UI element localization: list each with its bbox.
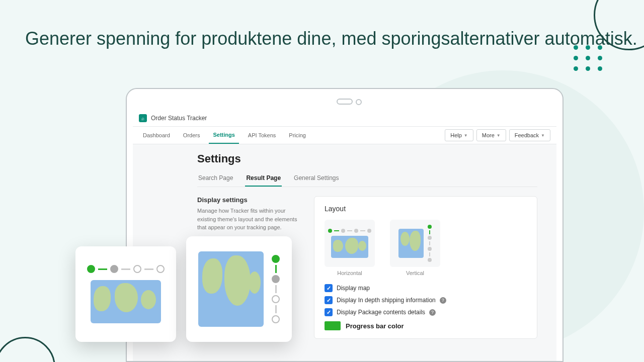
progress-indicator-icon xyxy=(272,255,280,323)
layout-option-vertical[interactable]: Vertical xyxy=(390,220,440,276)
progress-indicator-icon xyxy=(428,225,432,262)
map-icon xyxy=(198,251,264,327)
color-swatch-icon xyxy=(325,321,341,330)
nav-pricing[interactable]: Pricing xyxy=(285,127,310,143)
layout-panel: Layout xyxy=(314,196,537,339)
layout-panel-title: Layout xyxy=(325,205,527,213)
page-title: Settings xyxy=(197,152,537,165)
more-button[interactable]: More▼ xyxy=(476,129,506,141)
help-icon[interactable]: ? xyxy=(440,297,446,304)
map-icon xyxy=(398,229,424,258)
help-button[interactable]: Help▼ xyxy=(445,129,473,141)
nav-api-tokens[interactable]: API Tokens xyxy=(244,127,280,143)
checkbox-display-map[interactable]: Display map xyxy=(325,284,527,292)
nav-dashboard[interactable]: Dashboard xyxy=(139,127,174,143)
layout-option-horizontal[interactable]: Horizontal xyxy=(325,220,375,276)
map-icon xyxy=(331,236,368,258)
checkbox-icon xyxy=(325,308,333,316)
display-settings-title: Display settings xyxy=(197,196,303,204)
preview-card-vertical xyxy=(186,236,292,342)
checkbox-icon xyxy=(325,296,333,304)
layout-label-vertical: Vertical xyxy=(390,270,440,276)
subtab-search-page[interactable]: Search Page xyxy=(197,170,234,187)
layout-label-horizontal: Horizontal xyxy=(325,270,375,276)
chevron-down-icon: ▼ xyxy=(541,133,545,138)
progress-bar-color[interactable]: Progress bar color xyxy=(325,321,527,330)
display-settings-desc: Manage how Tracker fits within your exis… xyxy=(197,207,303,232)
checkbox-display-package-contents[interactable]: Display Package contents details ? xyxy=(325,308,527,316)
checkbox-display-shipping-info[interactable]: Display In depth shipping information ? xyxy=(325,296,527,304)
nav-orders[interactable]: Orders xyxy=(179,127,204,143)
subtab-result-page[interactable]: Result Page xyxy=(245,170,282,187)
help-icon[interactable]: ? xyxy=(429,309,436,316)
marketing-headline: Generer spenning for produktene dine, me… xyxy=(25,27,637,50)
map-icon xyxy=(91,280,161,323)
app-title: Order Status Tracker xyxy=(151,115,207,122)
preview-card-horizontal xyxy=(75,246,176,342)
settings-subtabs: Search Page Result Page General Settings xyxy=(197,170,537,187)
main-nav: Dashboard Orders Settings API Tokens Pri… xyxy=(133,127,556,144)
progress-indicator-icon xyxy=(328,229,371,233)
app-logo-icon: ⌕ xyxy=(139,114,147,122)
subtab-general-settings[interactable]: General Settings xyxy=(293,170,340,187)
progress-indicator-icon xyxy=(87,265,165,273)
app-header: ⌕ Order Status Tracker xyxy=(133,110,556,127)
checkbox-icon xyxy=(325,284,333,292)
chevron-down-icon: ▼ xyxy=(464,133,468,138)
nav-settings[interactable]: Settings xyxy=(209,127,238,144)
chevron-down-icon: ▼ xyxy=(497,133,501,138)
feedback-button[interactable]: Feedback▼ xyxy=(509,129,550,141)
